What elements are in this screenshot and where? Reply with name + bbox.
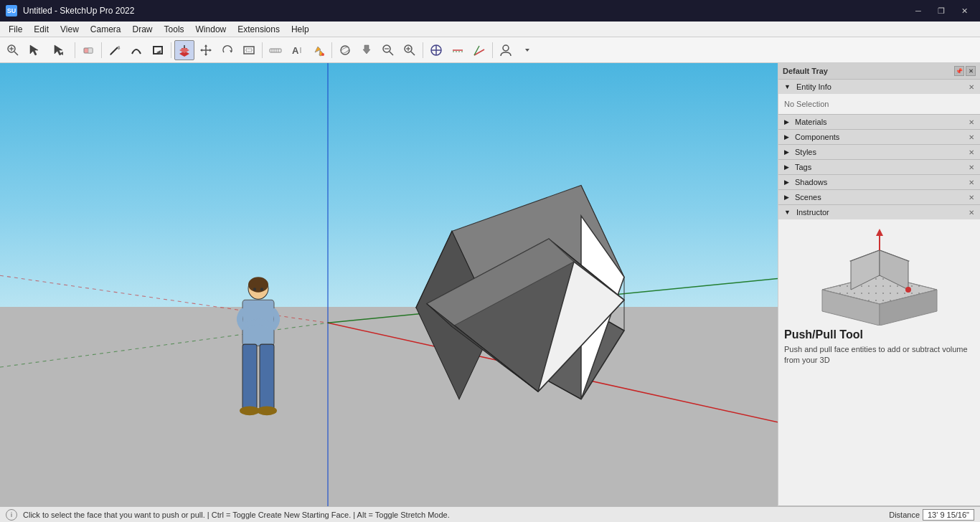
move-tool[interactable]: [196, 40, 216, 60]
instructor-section: ▼ Instructor ✕: [778, 205, 980, 506]
entity-info-header[interactable]: ▼ Entity Info ✕: [778, 80, 980, 94]
menu-extensions[interactable]: Extensions: [232, 23, 286, 36]
styles-close[interactable]: ✕: [969, 148, 974, 156]
tray-pin-button[interactable]: 📌: [954, 66, 964, 76]
minimize-button[interactable]: ─: [908, 4, 928, 18]
materials-arrow: ▶: [784, 118, 789, 125]
viewport[interactable]: [0, 63, 778, 506]
walk-tool[interactable]: [448, 40, 468, 60]
push-pull-tool[interactable]: [174, 40, 194, 60]
materials-section: ▶ Materials ✕: [778, 115, 980, 130]
toolbar: A: [0, 37, 980, 63]
pencil-tool[interactable]: [105, 40, 125, 60]
svg-marker-10: [118, 46, 120, 49]
svg-rect-8: [88, 48, 93, 53]
menu-file[interactable]: File: [3, 23, 28, 36]
text-tool[interactable]: A: [287, 40, 307, 60]
window-controls: ─ ❐ ✕: [908, 4, 974, 18]
shape-tool[interactable]: [126, 40, 146, 60]
status-info-icon: i: [6, 509, 17, 521]
menu-camera[interactable]: Camera: [85, 23, 127, 36]
profile-tool[interactable]: [496, 40, 516, 60]
section-plane-tool[interactable]: [426, 40, 446, 60]
shadows-header[interactable]: ▶ Shadows ✕: [778, 175, 980, 189]
instructor-content: Push/Pull Tool Push and pull face entiti…: [778, 219, 980, 506]
no-selection-text: No Selection: [784, 100, 829, 108]
svg-marker-4: [30, 45, 38, 55]
position-camera-tool[interactable]: [469, 40, 489, 60]
shape-dropdown[interactable]: [148, 40, 168, 60]
measurement-value: 13' 9 15/16": [928, 511, 969, 519]
svg-line-1: [14, 52, 18, 55]
scenes-arrow: ▶: [784, 194, 789, 201]
separator-5: [331, 42, 332, 58]
styles-header[interactable]: ▶ Styles ✕: [778, 145, 980, 159]
instructor-illustration: [808, 225, 951, 326]
zoom-tool[interactable]: [378, 40, 398, 60]
shadows-label: Shadows: [795, 178, 827, 186]
svg-marker-23: [209, 49, 212, 52]
instructor-close[interactable]: ✕: [969, 209, 974, 217]
components-header[interactable]: ▶ Components ✕: [778, 130, 980, 144]
paint-bucket-tool[interactable]: [308, 40, 329, 60]
close-button[interactable]: ✕: [954, 4, 974, 18]
components-section: ▶ Components ✕: [778, 130, 980, 145]
svg-marker-87: [876, 229, 883, 236]
zoom-window-tool[interactable]: [400, 40, 420, 60]
tags-header[interactable]: ▶ Tags ✕: [778, 160, 980, 174]
instructor-description: Push and pull face entities to add or su…: [784, 344, 974, 366]
scenes-close[interactable]: ✕: [969, 194, 974, 201]
menu-window[interactable]: Window: [190, 23, 232, 36]
separator-3: [171, 42, 171, 58]
rotate-tool[interactable]: [217, 40, 237, 60]
styles-arrow: ▶: [784, 148, 789, 156]
entity-info-arrow: ▼: [784, 83, 791, 90]
svg-marker-20: [204, 44, 207, 47]
components-close[interactable]: ✕: [969, 133, 974, 141]
menubar: File Edit View Camera Draw Tools Window …: [0, 22, 980, 37]
materials-label: Materials: [795, 118, 827, 126]
scenes-label: Scenes: [795, 193, 821, 201]
menu-help[interactable]: Help: [286, 23, 315, 36]
entity-info-close[interactable]: ✕: [969, 83, 974, 91]
materials-header[interactable]: ▶ Materials ✕: [778, 115, 980, 129]
entity-info-label: Entity Info: [796, 82, 831, 91]
tray-close-button[interactable]: ✕: [966, 66, 976, 76]
pan-tool[interactable]: [357, 40, 377, 60]
svg-rect-25: [244, 47, 254, 54]
shadows-close[interactable]: ✕: [969, 179, 974, 186]
materials-close[interactable]: ✕: [969, 118, 974, 126]
menu-edit[interactable]: Edit: [28, 23, 55, 36]
menu-tools[interactable]: Tools: [159, 23, 190, 36]
sky-background: [0, 63, 778, 307]
scenes-section: ▶ Scenes ✕: [778, 190, 980, 205]
separator-6: [423, 42, 423, 58]
tape-measure-tool[interactable]: [265, 40, 286, 60]
offset-tool[interactable]: [239, 40, 259, 60]
menu-draw[interactable]: Draw: [127, 23, 159, 36]
tray-title: Default Tray: [783, 67, 828, 75]
shadows-section: ▶ Shadows ✕: [778, 175, 980, 190]
styles-section: ▶ Styles ✕: [778, 145, 980, 160]
zoom-extents-tool[interactable]: [3, 40, 23, 60]
main-layout: Default Tray 📌 ✕ ▼ Entity Info ✕ No Sele…: [0, 63, 980, 506]
svg-marker-52: [525, 49, 529, 52]
select-dropdown[interactable]: [46, 40, 72, 60]
orbit-tool[interactable]: [335, 40, 355, 60]
select-tool[interactable]: [24, 40, 44, 60]
profile-dropdown[interactable]: [517, 40, 537, 60]
menu-view[interactable]: View: [55, 23, 85, 36]
styles-label: Styles: [795, 148, 816, 156]
instructor-header[interactable]: ▼ Instructor ✕: [778, 205, 980, 219]
instructor-tool-name: Push/Pull Tool: [784, 328, 974, 341]
scenes-header[interactable]: ▶ Scenes ✕: [778, 190, 980, 204]
separator-4: [262, 42, 263, 58]
tags-arrow: ▶: [784, 163, 789, 171]
eraser-tool[interactable]: [78, 40, 98, 60]
restore-button[interactable]: ❐: [931, 4, 951, 18]
titlebar: SU Untitled - SketchUp Pro 2022 ─ ❐ ✕: [0, 0, 980, 22]
measurement-box[interactable]: 13' 9 15/16": [923, 509, 974, 521]
tray-header: Default Tray 📌 ✕: [778, 63, 980, 80]
tags-section: ▶ Tags ✕: [778, 160, 980, 175]
tags-close[interactable]: ✕: [969, 163, 974, 171]
